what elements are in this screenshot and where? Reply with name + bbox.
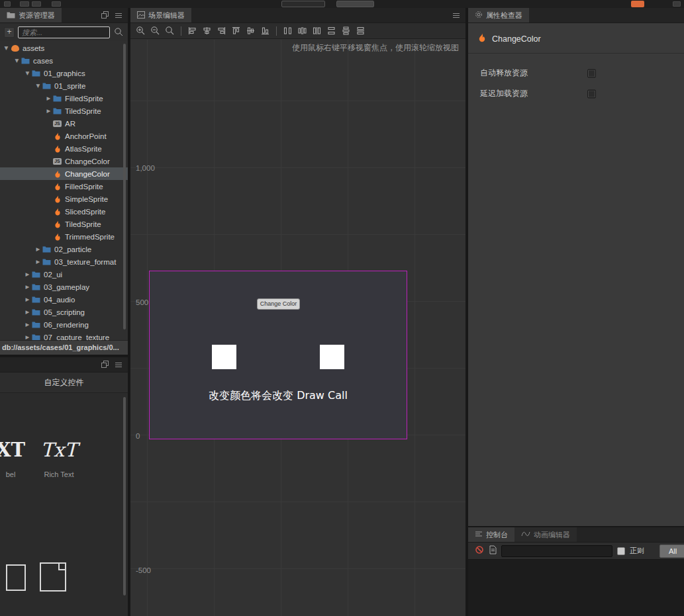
tree-item-FilledSprite[interactable]: FilledSprite: [0, 180, 128, 193]
top-toolbar-icon[interactable]: [52, 1, 61, 7]
clear-console-icon[interactable]: [475, 545, 484, 557]
tab-inspector[interactable]: 属性检查器: [468, 8, 529, 22]
folder-icon: [42, 245, 52, 253]
console-filter-input[interactable]: [501, 545, 612, 557]
align-v-center-icon[interactable]: [245, 25, 256, 36]
distribute-left-icon[interactable]: [282, 25, 293, 36]
panel-menu-icon[interactable]: [115, 9, 122, 21]
expand-arrow-icon[interactable]: ▶: [24, 271, 31, 277]
console-icon: [475, 531, 483, 539]
expand-arrow-icon[interactable]: ▶: [34, 259, 42, 265]
align-right-icon[interactable]: [216, 25, 227, 36]
tree-item-cases[interactable]: ▼cases: [0, 54, 128, 67]
zoom-in-icon[interactable]: [135, 25, 146, 36]
top-toolbar-button[interactable]: [281, 1, 325, 7]
tab-scene[interactable]: 场景编辑器: [130, 8, 191, 22]
expand-arrow-icon[interactable]: ▶: [24, 322, 31, 328]
tree-item-AR[interactable]: JSAR: [0, 117, 128, 130]
top-toolbar-icon[interactable]: [4, 1, 11, 7]
field-checkbox[interactable]: [587, 69, 596, 77]
tab-label: 动画编辑器: [534, 530, 570, 540]
panel-menu-icon[interactable]: [115, 359, 122, 371]
tree-item-FilledSprite[interactable]: ▶FilledSprite: [0, 92, 128, 105]
top-toolbar-accent-button[interactable]: [631, 1, 644, 7]
tree-item-SlicedSprite[interactable]: SlicedSprite: [0, 205, 128, 218]
tree-item-03_texture_format[interactable]: ▶03_texture_format: [0, 255, 128, 268]
tree-item-ChangeColor[interactable]: ChangeColor: [0, 167, 128, 180]
tree-item-TrimmedSprite[interactable]: TrimmedSprite: [0, 230, 128, 243]
tab-console[interactable]: 控制台: [468, 527, 514, 542]
tree-item-ChangeColor[interactable]: JSChangeColor: [0, 155, 128, 167]
top-toolbar-button[interactable]: [336, 1, 374, 7]
widgets-title[interactable]: 自定义控件: [0, 373, 128, 393]
sliced-sprite-icon[interactable]: [40, 562, 66, 592]
sprite-node-right[interactable]: [320, 345, 344, 369]
assets-scrollbar[interactable]: [123, 44, 126, 330]
field-checkbox[interactable]: [587, 89, 596, 98]
zoom-reset-icon[interactable]: [164, 25, 175, 36]
regex-checkbox[interactable]: [617, 547, 625, 555]
expand-arrow-icon[interactable]: ▶: [24, 309, 31, 315]
collapse-arrow-icon[interactable]: ▼: [3, 45, 10, 51]
tree-item-02_particle[interactable]: ▶02_particle: [0, 243, 128, 255]
search-input[interactable]: [18, 26, 110, 38]
distribute-h-center-icon[interactable]: [297, 25, 308, 36]
expand-arrow-icon[interactable]: ▶: [24, 334, 31, 340]
widget-item[interactable]: XTbel: [0, 440, 30, 478]
tree-item-assets[interactable]: ▼assets: [0, 42, 128, 54]
tree-item-TiledSprite[interactable]: ▶TiledSprite: [0, 105, 128, 117]
log-level-filter-dropdown[interactable]: All: [660, 545, 684, 558]
scene-viewport[interactable]: 使用鼠标右键平移视窗焦点，使用滚轮缩放视图 1,0005000-500 Chan…: [130, 40, 465, 616]
expand-arrow-icon[interactable]: ▶: [45, 95, 52, 101]
widget-label: Rich Text: [44, 470, 73, 478]
tree-item-06_rendering[interactable]: ▶06_rendering: [0, 318, 128, 331]
log-file-icon[interactable]: [489, 545, 497, 557]
distribute-bottom-icon[interactable]: [355, 25, 366, 36]
tree-item-SimpleSprite[interactable]: SimpleSprite: [0, 193, 128, 205]
collapse-arrow-icon[interactable]: ▼: [34, 83, 42, 89]
expand-arrow-icon[interactable]: ▶: [24, 296, 31, 302]
tree-item-TiledSprite[interactable]: TiledSprite: [0, 218, 128, 230]
distribute-top-icon[interactable]: [326, 25, 337, 36]
expand-arrow-icon[interactable]: ▶: [24, 284, 31, 290]
sprite-node-left[interactable]: [212, 345, 236, 369]
sliced-sprite-icon[interactable]: [6, 564, 26, 591]
tab-assets[interactable]: 资源管理器: [0, 8, 62, 22]
tree-item-01_graphics[interactable]: ▼01_graphics: [0, 67, 128, 79]
expand-arrow-icon[interactable]: ▶: [34, 246, 42, 252]
align-top-icon[interactable]: [230, 25, 242, 36]
align-left-icon[interactable]: [187, 25, 198, 36]
tree-item-03_gameplay[interactable]: ▶03_gameplay: [0, 281, 128, 293]
console-output[interactable]: [468, 560, 684, 616]
tree-item-04_audio[interactable]: ▶04_audio: [0, 293, 128, 306]
widgets-scrollbar[interactable]: [123, 397, 126, 595]
float-panel-icon[interactable]: [101, 9, 109, 21]
float-panel-icon[interactable]: [101, 359, 109, 371]
add-asset-button[interactable]: +: [4, 27, 15, 38]
change-color-button[interactable]: Change Color: [257, 298, 300, 310]
inspector-panel-header: 属性检查器: [468, 8, 684, 23]
distribute-v-center-icon[interactable]: [340, 25, 352, 36]
tree-item-07_capture_texture[interactable]: ▶07_capture_texture: [0, 331, 128, 340]
top-toolbar-icon[interactable]: [673, 1, 681, 7]
align-bottom-icon[interactable]: [260, 25, 271, 36]
distribute-right-icon[interactable]: [311, 25, 322, 36]
tree-item-AtlasSprite[interactable]: AtlasSprite: [0, 142, 128, 155]
panel-menu-icon[interactable]: [452, 9, 460, 21]
tree-item-AnchorPoint[interactable]: AnchorPoint: [0, 130, 128, 142]
zoom-out-icon[interactable]: [150, 25, 161, 36]
tree-item-01_sprite[interactable]: ▼01_sprite: [0, 79, 128, 92]
widget-label: bel: [6, 470, 16, 478]
collapse-arrow-icon[interactable]: ▼: [13, 58, 21, 64]
scene-canvas[interactable]: Change Color 改变颜色将会改变 Draw Call: [149, 271, 407, 439]
expand-arrow-icon[interactable]: ▶: [45, 108, 52, 114]
tree-item-05_scripting[interactable]: ▶05_scripting: [0, 306, 128, 318]
collapse-arrow-icon[interactable]: ▼: [24, 70, 31, 76]
top-toolbar-icon[interactable]: [20, 1, 29, 7]
align-h-center-icon[interactable]: [201, 25, 213, 36]
tree-item-02_ui[interactable]: ▶02_ui: [0, 268, 128, 281]
tab-animation-editor[interactable]: 动画编辑器: [514, 527, 577, 542]
widget-item[interactable]: TxTRich Text: [29, 440, 89, 478]
search-icon[interactable]: [113, 27, 124, 37]
top-toolbar-icon[interactable]: [32, 1, 41, 7]
